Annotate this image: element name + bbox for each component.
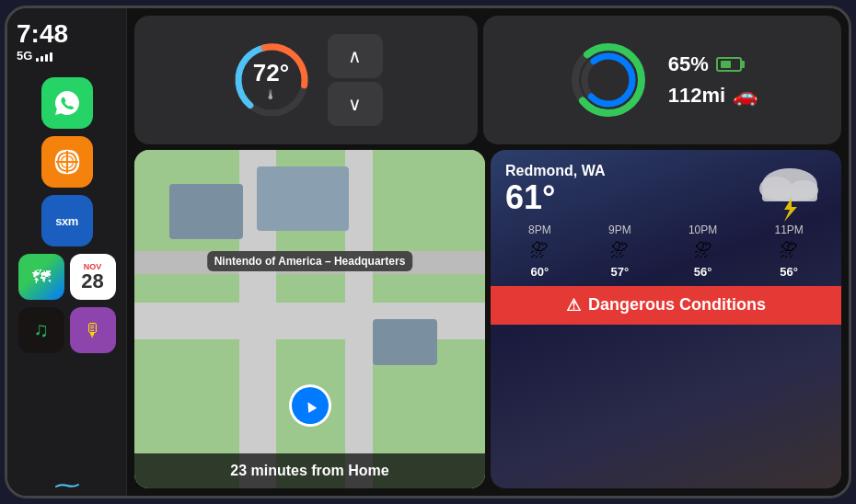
battery-fill — [721, 61, 731, 68]
battery-percent: 65% — [668, 52, 709, 76]
hour-icon-3: ⛈ — [780, 240, 798, 261]
hour-item-2: 10PM ⛈ 56° — [688, 223, 717, 279]
bar3 — [45, 54, 48, 62]
weather-hourly: 8PM ⛈ 60° 9PM ⛈ 57° 10PM ⛈ 56° — [491, 216, 841, 286]
car-icon: 🚗 — [733, 84, 758, 108]
bar4 — [50, 52, 52, 62]
calendar-day: 28 — [81, 271, 103, 292]
ev-donut — [567, 39, 650, 121]
clock: 7:48 — [17, 21, 117, 47]
weather-widget[interactable]: Redmond, WA 61° — [491, 150, 841, 488]
hour-temp-1: 57° — [611, 265, 630, 279]
signal-row: 5G — [17, 49, 117, 63]
warning-triangle-icon: ⚠ — [566, 295, 581, 315]
danger-alert-bar[interactable]: ⚠ Dangerous Conditions — [491, 286, 841, 325]
hour-time-2: 10PM — [688, 223, 717, 236]
temperature-display: 72° — [253, 59, 289, 87]
svg-point-9 — [584, 56, 632, 104]
bottom-app-row: 🗺 NOV 28 — [17, 254, 117, 300]
hour-time-3: 11PM — [775, 223, 804, 236]
ev-stats: 65% 112mi 🚗 — [668, 52, 758, 108]
battery-stat: 65% — [668, 52, 758, 76]
app-icon-maps[interactable]: 🗺 — [18, 254, 64, 300]
range-value: 112mi — [668, 84, 725, 108]
app-icon-podcast[interactable] — [41, 136, 93, 188]
carplay-frame: 7:48 5G — [5, 6, 851, 498]
bottom-row: Nintendo of America – Headquarters ▲ 23 … — [134, 150, 841, 488]
signal-type: 5G — [17, 49, 32, 63]
eta-text: 23 minutes from Home — [230, 463, 388, 478]
temp-controls: ∧ ∨ — [328, 34, 383, 126]
hour-icon-1: ⛈ — [610, 240, 629, 261]
building1 — [169, 184, 243, 239]
building2 — [257, 166, 349, 231]
range-stat: 112mi 🚗 — [668, 84, 758, 108]
navigation-pin: ▲ — [292, 387, 329, 424]
sidebar: 7:48 5G — [7, 8, 127, 496]
bottom-app-row2: ♫ 🎙 — [17, 307, 117, 353]
app-icon-calendar[interactable]: NOV 28 — [70, 254, 116, 300]
nav-arrow-icon: ▲ — [298, 393, 322, 418]
temp-down-button[interactable]: ∨ — [328, 82, 383, 126]
hour-time-0: 8PM — [528, 223, 551, 236]
bar2 — [40, 56, 43, 62]
main-content: 72° 🌡 ∧ ∨ — [127, 8, 849, 496]
temp-gauge: 72° 🌡 — [230, 39, 313, 121]
landmark-text: Nintendo of America – Headquarters — [214, 255, 406, 268]
svg-rect-13 — [762, 189, 817, 201]
hour-icon-0: ⛈ — [530, 240, 549, 261]
hour-time-1: 9PM — [608, 223, 631, 236]
temp-center: 72° 🌡 — [253, 59, 289, 102]
hour-temp-0: 60° — [531, 265, 549, 279]
hour-icon-2: ⛈ — [694, 240, 712, 261]
map-landmark-label: Nintendo of America – Headquarters — [207, 251, 413, 271]
danger-alert-text: Dangerous Conditions — [588, 295, 766, 315]
temp-up-button[interactable]: ∧ — [328, 34, 383, 78]
hour-item-3: 11PM ⛈ 56° — [775, 223, 804, 279]
top-row: 72° 🌡 ∧ ∨ — [134, 16, 841, 144]
ev-widget: 65% 112mi 🚗 — [483, 16, 841, 144]
app-icon-whatsapp[interactable] — [41, 77, 93, 129]
hour-temp-2: 56° — [694, 265, 712, 279]
app-icon-podcasts[interactable]: 🎙 — [70, 307, 116, 353]
hour-item-1: 9PM ⛈ 57° — [608, 223, 631, 279]
signal-bars — [36, 51, 52, 62]
road-v2 — [345, 150, 373, 488]
thermometer-icon: 🌡 — [253, 87, 289, 102]
map-background: Nintendo of America – Headquarters ▲ — [134, 150, 485, 488]
hour-temp-3: 56° — [780, 265, 798, 279]
app-icon-siriusxm[interactable]: sxm — [41, 195, 93, 246]
map-eta-footer: 23 minutes from Home — [134, 453, 485, 488]
app-icon-spotify[interactable]: ♫ — [18, 307, 64, 353]
hour-item-0: 8PM ⛈ 60° — [528, 223, 551, 279]
building3 — [373, 319, 437, 365]
bar1 — [36, 58, 39, 62]
thermostat-widget: 72° 🌡 ∧ ∨ — [134, 16, 478, 144]
status-bar: 7:48 5G — [17, 21, 117, 63]
app-icons: sxm 🗺 NOV 28 — [17, 77, 117, 353]
weather-content: Redmond, WA 61° — [491, 150, 841, 216]
battery-tip — [742, 61, 745, 68]
map-widget[interactable]: Nintendo of America – Headquarters ▲ 23 … — [134, 150, 485, 488]
battery-icon — [716, 57, 742, 72]
